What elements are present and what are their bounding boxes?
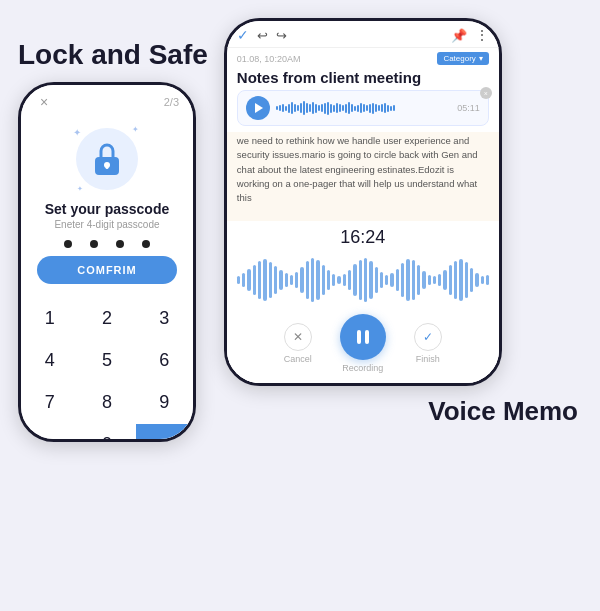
wave-bar [375,104,377,112]
rec-wave-bar [253,265,256,295]
more-options-icon[interactable]: ⋮ [475,27,489,43]
wave-bar [306,103,308,113]
rec-wave-bar [237,276,240,284]
wave-bar [342,105,344,111]
right-phone: ✓ ↩ ↪ 📌 ⋮ 01.08, 10:20AM Category ▾ [224,18,502,386]
rec-wave-bar [306,261,309,299]
rec-wave-bar [481,276,484,284]
pause-recording-button[interactable] [340,314,386,360]
audio-player: 05:11 × [237,90,489,126]
wave-bar [330,104,332,113]
rec-wave-bar [375,267,378,293]
rec-wave-bar [380,272,383,288]
wave-bar [321,104,323,112]
key-empty [21,424,78,442]
finish-recording-button[interactable]: ✓ Finish [414,323,442,364]
passcode-dots [64,240,150,248]
wave-bar [309,104,311,112]
wave-bar [345,104,347,113]
rec-wave-bar [396,269,399,291]
wave-bar [369,104,371,113]
rec-wave-bar [348,270,351,290]
confirm-button[interactable]: COMFRIM [37,256,177,284]
close-button[interactable]: × [35,93,53,111]
sparkle-icon: ✦ [132,125,139,134]
audio-waveform [276,100,451,116]
rec-wave-bar [433,276,436,284]
rec-wave-bar [311,258,314,302]
undo-icon[interactable]: ↩ [257,28,268,43]
rec-wave-bar [242,273,245,287]
key-3[interactable]: 3 [136,298,193,340]
rec-wave-bar [327,270,330,290]
app-title: Lock and Safe [18,38,208,72]
wave-bar [333,105,335,112]
wave-bar [282,104,284,112]
note-toolbar: ✓ ↩ ↪ 📌 ⋮ [227,21,499,48]
wave-bar [363,104,365,112]
category-badge[interactable]: Category ▾ [437,52,488,65]
numpad: 1 2 3 4 5 6 7 8 9 0 ⌫ [21,298,193,442]
key-2[interactable]: 2 [78,298,135,340]
wave-bar [279,105,281,111]
wave-bar [348,102,350,114]
dot-2 [90,240,98,248]
rec-wave-bar [295,272,298,288]
key-7[interactable]: 7 [21,382,78,424]
wave-bar [366,105,368,111]
wave-bar [276,106,278,110]
dot-3 [116,240,124,248]
passcode-subtitle: Eneter 4-digit passcode [54,219,159,230]
wave-bar [357,105,359,112]
sparkle-icon: ✦ [73,127,81,138]
redo-icon[interactable]: ↪ [276,28,287,43]
recording-waveform-area [227,252,499,306]
note-title: Notes from client meeting [227,67,499,90]
recording-label: Recording [342,363,383,373]
wave-bar [288,104,290,113]
pin-icon[interactable]: 📌 [451,28,467,43]
rec-wave-bar [353,264,356,296]
rec-wave-bar [258,261,261,299]
key-backspace[interactable]: ⌫ [136,424,193,442]
wave-bar [336,103,338,113]
wave-bar [381,104,383,112]
rec-wave-bar [364,258,367,302]
wave-bar [324,103,326,114]
rec-wave-bar [475,273,478,287]
wave-bar [354,106,356,111]
rec-wave-bar [322,265,325,295]
rec-wave-bar [285,273,288,287]
rec-wave-bar [406,259,409,301]
key-6[interactable]: 6 [136,340,193,382]
left-phone: × 2/3 ✦ ✦ ✦ [18,82,196,442]
close-audio-button[interactable]: × [480,87,492,99]
rec-wave-bar [300,267,303,293]
wave-bar [291,102,293,114]
rec-wave-bar [459,259,462,301]
rec-wave-bar [412,260,415,300]
key-9[interactable]: 9 [136,382,193,424]
key-1[interactable]: 1 [21,298,78,340]
rec-wave-bar [422,271,425,289]
play-icon [255,103,263,113]
key-4[interactable]: 4 [21,340,78,382]
wave-bar [393,105,395,111]
check-icon[interactable]: ✓ [237,27,249,43]
rec-wave-bar [443,270,446,290]
wave-bar [297,105,299,111]
rec-wave-bar [279,270,282,290]
wave-bar [312,102,314,114]
rec-wave-bar [332,274,335,286]
key-8[interactable]: 8 [78,382,135,424]
svg-rect-2 [106,165,109,169]
cancel-recording-button[interactable]: ✕ Cancel [284,323,312,364]
play-button[interactable] [246,96,270,120]
key-0[interactable]: 0 [78,424,135,442]
lock-icon-wrap: ✦ ✦ ✦ [71,123,143,195]
audio-duration: 05:11 [457,103,480,113]
cancel-icon: ✕ [284,323,312,351]
recording-controls: ✕ Cancel Recording ✓ [227,306,499,383]
rec-wave-bar [401,263,404,297]
key-5[interactable]: 5 [78,340,135,382]
